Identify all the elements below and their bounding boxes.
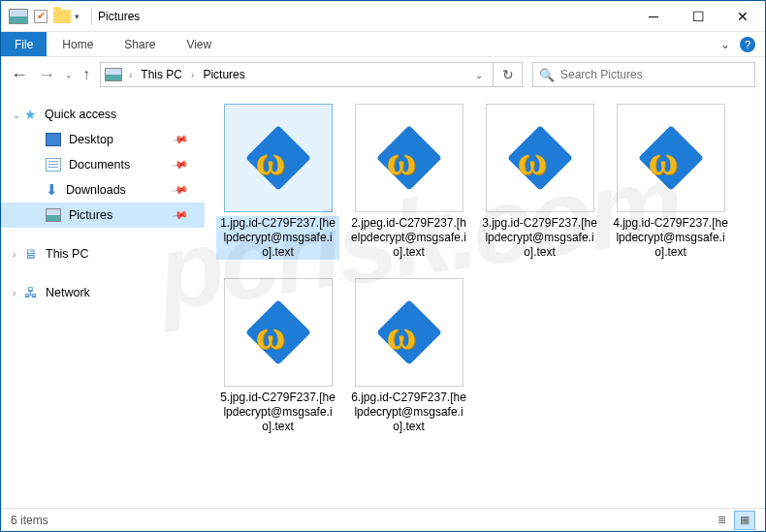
chevron-right-icon[interactable]: › [13, 288, 16, 298]
maximize-button[interactable]: ☐ [676, 1, 720, 31]
desktop-icon [46, 133, 61, 146]
nav-bar: ← → ⌄ ↑ › This PC › Pictures ⌄ ↻ 🔍 [1, 57, 765, 92]
back-button[interactable]: ← [11, 65, 28, 85]
pictures-app-icon [9, 9, 28, 24]
file-thumbnail: ω [355, 278, 463, 387]
qat-checkbox-icon[interactable]: ✔ [34, 10, 48, 23]
file-thumbnail: ω [617, 104, 725, 212]
file-name: 6.jpg.id-C279F237.[helpdecrypt@msgsafe.i… [347, 391, 470, 434]
file-name: 3.jpg.id-C279F237.[helpdecrypt@msgsafe.i… [478, 216, 601, 260]
window-controls: ─ ☐ ✕ [631, 1, 765, 31]
file-tab[interactable]: File [1, 32, 47, 56]
ribbon-expand-icon[interactable]: ⌄ [711, 38, 740, 51]
file-item[interactable]: ω5.jpg.id-C279F237.[helpdecrypt@msgsafe.… [212, 274, 343, 449]
file-type-icon: ω [512, 130, 568, 186]
file-grid[interactable]: ω1.jpg.id-C279F237.[helpdecrypt@msgsafe.… [205, 92, 765, 509]
file-name: 4.jpg.id-C279F237.[helpdecrypt@msgsafe.i… [609, 216, 732, 260]
address-dropdown-icon[interactable]: ⌄ [469, 70, 489, 80]
network-icon: 🖧 [24, 285, 38, 300]
sidebar-quick-access[interactable]: ⌄ ★ Quick access [1, 102, 205, 127]
pc-icon: 🖥 [24, 246, 38, 262]
sidebar-network[interactable]: › 🖧 Network [1, 280, 205, 305]
sidebar: ⌄ ★ Quick access Desktop 📌 Documents 📌 ⬇… [1, 92, 205, 509]
thumbnails-view-button[interactable]: ▦ [734, 511, 755, 530]
address-bar[interactable]: › This PC › Pictures ⌄ [100, 62, 494, 87]
item-count: 6 items [11, 514, 48, 527]
file-type-icon: ω [381, 304, 437, 360]
file-thumbnail: ω [224, 278, 333, 387]
separator [91, 8, 92, 25]
file-type-icon: ω [381, 130, 437, 186]
up-button[interactable]: ↑ [82, 66, 90, 83]
file-name: 2.jpeg.id-C279F237.[helpdecrypt@msgsafe.… [347, 216, 470, 260]
details-view-button[interactable]: ≣ [711, 511, 732, 530]
search-input[interactable] [560, 68, 749, 81]
pictures-icon [46, 208, 61, 222]
sidebar-item-downloads[interactable]: ⬇ Downloads 📌 [1, 177, 205, 203]
file-thumbnail: ω [355, 104, 463, 212]
location-icon [105, 68, 122, 81]
sidebar-label: This PC [46, 247, 88, 261]
ribbon: File Home Share View ⌄ ? [1, 32, 765, 57]
file-item[interactable]: ω6.jpg.id-C279F237.[helpdecrypt@msgsafe.… [343, 274, 474, 449]
sidebar-item-pictures[interactable]: Pictures 📌 [1, 203, 205, 228]
file-item[interactable]: ω2.jpeg.id-C279F237.[helpdecrypt@msgsafe… [343, 100, 474, 274]
file-name: 1.jpg.id-C279F237.[helpdecrypt@msgsafe.i… [216, 216, 339, 260]
sidebar-item-desktop[interactable]: Desktop 📌 [1, 127, 205, 152]
breadcrumb-this-pc[interactable]: This PC [139, 68, 184, 81]
breadcrumb-pictures[interactable]: Pictures [201, 68, 246, 81]
sidebar-item-documents[interactable]: Documents 📌 [1, 152, 205, 177]
pin-icon: 📌 [172, 131, 190, 149]
documents-icon [46, 158, 61, 172]
chevron-right-icon[interactable]: › [126, 70, 135, 80]
minimize-button[interactable]: ─ [631, 1, 676, 31]
folder-icon[interactable] [53, 10, 71, 23]
sidebar-item-label: Downloads [66, 183, 126, 197]
chevron-down-icon[interactable]: ⌄ [13, 110, 20, 120]
star-icon: ★ [24, 107, 37, 122]
file-type-icon: ω [250, 130, 306, 186]
sidebar-item-label: Pictures [69, 208, 112, 222]
sidebar-item-label: Desktop [69, 133, 113, 146]
qat-dropdown-icon[interactable]: ▾ [75, 12, 80, 21]
sidebar-label: Network [46, 286, 90, 299]
file-thumbnail: ω [486, 104, 594, 212]
pin-icon: 📌 [172, 181, 190, 200]
sidebar-this-pc[interactable]: › 🖥 This PC [1, 241, 205, 266]
refresh-button[interactable]: ↻ [494, 62, 523, 87]
history-dropdown-icon[interactable]: ⌄ [65, 70, 73, 79]
file-type-icon: ω [250, 304, 306, 360]
help-icon[interactable]: ? [740, 37, 755, 52]
tab-view[interactable]: View [171, 32, 227, 56]
sidebar-item-label: Documents [69, 158, 130, 172]
file-item[interactable]: ω4.jpg.id-C279F237.[helpdecrypt@msgsafe.… [605, 100, 736, 274]
tab-home[interactable]: Home [47, 32, 109, 56]
window-title: Pictures [98, 10, 140, 23]
status-bar: 6 items ≣ ▦ [1, 508, 765, 531]
file-type-icon: ω [643, 130, 699, 186]
file-item[interactable]: ω1.jpg.id-C279F237.[helpdecrypt@msgsafe.… [212, 100, 343, 274]
file-thumbnail: ω [224, 104, 333, 212]
close-button[interactable]: ✕ [720, 1, 765, 31]
main-area: ⌄ ★ Quick access Desktop 📌 Documents 📌 ⬇… [1, 92, 765, 509]
forward-button[interactable]: → [38, 65, 55, 85]
pin-icon: 📌 [172, 206, 190, 225]
search-icon: 🔍 [539, 68, 555, 82]
view-buttons: ≣ ▦ [711, 511, 755, 530]
file-name: 5.jpg.id-C279F237.[helpdecrypt@msgsafe.i… [216, 391, 339, 434]
downloads-icon: ⬇ [46, 181, 58, 199]
sidebar-label: Quick access [45, 108, 116, 121]
chevron-right-icon[interactable]: › [188, 70, 197, 80]
chevron-right-icon[interactable]: › [13, 249, 16, 260]
search-box[interactable]: 🔍 [532, 62, 755, 87]
tab-share[interactable]: Share [109, 32, 171, 56]
file-item[interactable]: ω3.jpg.id-C279F237.[helpdecrypt@msgsafe.… [474, 100, 605, 274]
title-bar: ✔ ▾ Pictures ─ ☐ ✕ [1, 1, 765, 32]
pin-icon: 📌 [172, 156, 190, 174]
